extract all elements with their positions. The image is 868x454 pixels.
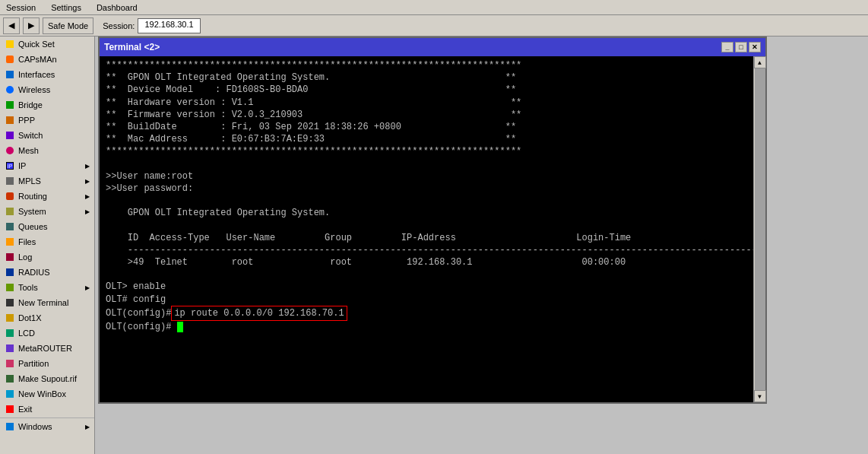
sidebar-item-make-supout[interactable]: Make Supout.rif xyxy=(0,371,94,386)
ip-icon: IP xyxy=(5,160,15,171)
terminal-line: GPON OLT Integrated Operating System. xyxy=(106,207,747,219)
sidebar-item-quick-set[interactable]: Quick Set xyxy=(0,37,94,52)
terminal-scrollbar[interactable]: ▲ ▼ xyxy=(753,56,765,402)
sidebar-label-partition: Partition xyxy=(18,359,49,368)
close-button[interactable]: ✕ xyxy=(749,42,761,52)
radius-icon xyxy=(5,267,15,278)
sidebar-item-routing[interactable]: Routing xyxy=(0,189,94,204)
terminal-line: ****************************************… xyxy=(106,59,747,71)
minimize-button[interactable]: _ xyxy=(721,42,733,52)
sidebar-item-queues[interactable]: Queues xyxy=(0,219,94,234)
main-layout: Quick Set CAPsMAn Interfaces Wireless Br… xyxy=(0,37,868,454)
scroll-track[interactable] xyxy=(755,68,765,390)
sidebar-item-dot1x[interactable]: Dot1X xyxy=(0,310,94,325)
sidebar-label-make-supout: Make Supout.rif xyxy=(18,374,77,383)
sidebar-item-system[interactable]: System xyxy=(0,204,94,219)
menu-settings[interactable]: Settings xyxy=(48,2,84,13)
cursor xyxy=(177,322,183,332)
sidebar-item-new-winbox[interactable]: New WinBox xyxy=(0,386,94,402)
mesh-icon xyxy=(5,145,15,156)
terminal-line xyxy=(106,158,747,170)
scroll-down-button[interactable]: ▼ xyxy=(754,390,766,402)
mpls-icon xyxy=(5,176,15,186)
terminal-line xyxy=(106,268,747,281)
session-value: 192.168.30.1 xyxy=(138,18,200,33)
lcd-icon xyxy=(5,328,15,338)
sidebar-label-wireless: Wireless xyxy=(18,85,50,94)
terminal-controls: _ □ ✕ xyxy=(721,42,761,52)
sidebar-label-files: Files xyxy=(18,237,36,246)
sidebar-label-ppp: PPP xyxy=(18,116,35,125)
sidebar-label-log: Log xyxy=(18,252,32,262)
switch-icon xyxy=(5,130,15,141)
terminal-body[interactable]: ****************************************… xyxy=(100,56,753,402)
sidebar-label-dot1x: Dot1X xyxy=(18,313,42,322)
terminal-window: Terminal <2> _ □ ✕ *********************… xyxy=(98,37,767,404)
sidebar-divider xyxy=(0,417,94,418)
sidebar-item-files[interactable]: Files xyxy=(0,234,94,249)
sidebar-item-mesh[interactable]: Mesh xyxy=(0,143,94,158)
wireless-icon xyxy=(5,84,15,95)
sidebar-item-partition[interactable]: Partition xyxy=(0,356,94,371)
scroll-up-button[interactable]: ▲ xyxy=(754,56,766,68)
partition-icon xyxy=(5,358,15,369)
terminal-title: Terminal <2> xyxy=(104,42,160,52)
sidebar-item-exit[interactable]: Exit xyxy=(0,402,94,417)
menu-dashboard[interactable]: Dashboard xyxy=(93,2,141,13)
terminal-line: OLT# config xyxy=(106,294,747,306)
safe-mode-button[interactable]: Safe Mode xyxy=(43,17,93,34)
toolbar: ◀ ▶ Safe Mode Session: 192.168.30.1 xyxy=(0,15,868,37)
sidebar-label-tools: Tools xyxy=(18,283,38,292)
menu-session[interactable]: Session xyxy=(3,2,39,13)
sidebar-label-quick-set: Quick Set xyxy=(18,40,55,49)
terminal-line: ** Firmware version : V2.0.3_210903 ** xyxy=(106,109,747,121)
sidebar-item-interfaces[interactable]: Interfaces xyxy=(0,67,94,82)
make-supout-icon xyxy=(5,373,15,384)
back-button[interactable]: ◀ xyxy=(3,17,20,34)
sidebar-item-log[interactable]: Log xyxy=(0,249,94,265)
log-icon xyxy=(5,252,15,262)
forward-button[interactable]: ▶ xyxy=(23,17,40,34)
sidebar-label-queues: Queues xyxy=(18,222,48,231)
capsman-icon xyxy=(5,54,15,65)
new-terminal-icon xyxy=(5,297,15,308)
ppp-icon xyxy=(5,115,15,125)
tools-icon xyxy=(5,282,15,293)
sidebar-item-radius[interactable]: RADIUS xyxy=(0,265,94,280)
sidebar: Quick Set CAPsMAn Interfaces Wireless Br… xyxy=(0,37,95,454)
terminal-line: OLT> enable xyxy=(106,281,747,293)
sidebar-item-switch[interactable]: Switch xyxy=(0,128,94,143)
sidebar-item-capsman[interactable]: CAPsMAn xyxy=(0,52,94,67)
sidebar-label-exit: Exit xyxy=(18,405,32,414)
terminal-line: OLT(config)# xyxy=(106,321,747,333)
sidebar-item-bridge[interactable]: Bridge xyxy=(0,97,94,113)
sidebar-item-ppp[interactable]: PPP xyxy=(0,113,94,128)
queues-icon xyxy=(5,221,15,232)
content-area: Terminal <2> _ □ ✕ *********************… xyxy=(95,37,868,454)
sidebar-item-tools[interactable]: Tools xyxy=(0,280,94,295)
sidebar-item-lcd[interactable]: LCD xyxy=(0,325,94,341)
files-icon xyxy=(5,237,15,247)
sidebar-item-metarouter[interactable]: MetaROUTER xyxy=(0,341,94,356)
interfaces-icon xyxy=(5,69,15,80)
sidebar-item-new-terminal[interactable]: New Terminal xyxy=(0,295,94,310)
sidebar-label-interfaces: Interfaces xyxy=(18,70,55,79)
terminal-line: ** Hardware version : V1.1 ** xyxy=(106,97,747,109)
maximize-button[interactable]: □ xyxy=(735,42,747,52)
sidebar-label-mesh: Mesh xyxy=(18,146,39,155)
sidebar-label-metarouter: MetaROUTER xyxy=(18,344,72,353)
sidebar-item-windows[interactable]: Windows xyxy=(0,419,94,434)
sidebar-label-new-winbox: New WinBox xyxy=(18,389,66,398)
sidebar-item-mpls[interactable]: MPLS xyxy=(0,173,94,189)
dot1x-icon xyxy=(5,313,15,323)
system-icon xyxy=(5,206,15,217)
sidebar-item-wireless[interactable]: Wireless xyxy=(0,82,94,97)
sidebar-label-radius: RADIUS xyxy=(18,268,50,277)
sidebar-label-capsman: CAPsMAn xyxy=(18,55,57,64)
terminal-line: >49 Telnet root root 192.168.30.1 00:00:… xyxy=(106,256,747,268)
terminal-line: >>User name:root xyxy=(106,170,747,183)
terminal-line: ****************************************… xyxy=(106,145,747,157)
command-input-line: OLT(config)#ip route 0.0.0.0/0 192.168.7… xyxy=(106,306,747,321)
session-label: Session: xyxy=(103,21,135,30)
sidebar-item-ip[interactable]: IP IP xyxy=(0,158,94,173)
